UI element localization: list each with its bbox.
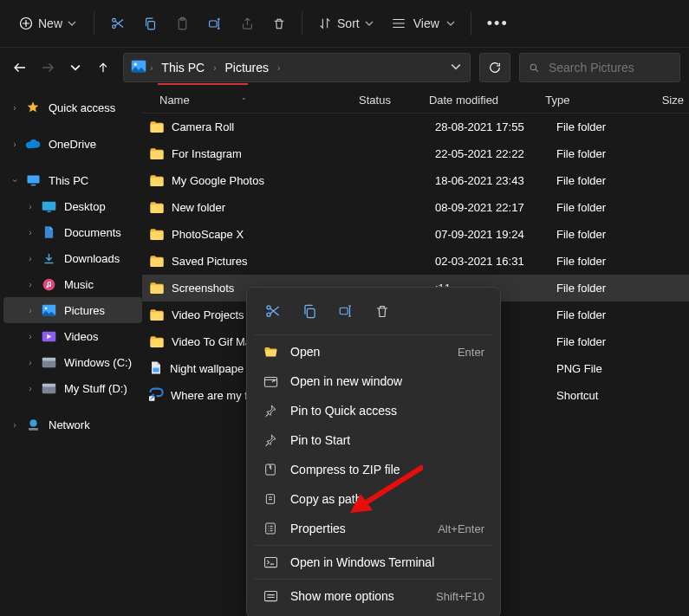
search-input[interactable] [549, 61, 671, 75]
window-icon [263, 373, 278, 389]
rename-button[interactable] [198, 11, 231, 36]
copy-path-icon [263, 491, 278, 507]
svg-point-16 [49, 284, 51, 287]
scissors-icon [110, 16, 126, 31]
col-type[interactable]: Type [540, 94, 656, 107]
svg-rect-6 [210, 20, 218, 26]
file-row[interactable]: New folder08-09-2021 22:17File folder [142, 194, 689, 221]
svg-rect-3 [148, 21, 155, 29]
refresh-button[interactable] [479, 53, 510, 82]
context-actions-row [254, 295, 493, 333]
ctx-pin-start[interactable]: Pin to Start [254, 425, 493, 455]
sidebar-item-music[interactable]: ›Music [3, 271, 142, 297]
pictures-icon [131, 60, 146, 75]
recent-locations-button[interactable] [64, 56, 87, 79]
ctx-open-new-window[interactable]: Open in new window [254, 366, 493, 396]
up-button[interactable] [92, 56, 114, 79]
ctx-copy-button[interactable] [294, 296, 325, 326]
disk-icon [40, 353, 57, 371]
ctx-compress[interactable]: Compress to ZIP file [254, 455, 493, 484]
col-name[interactable]: Name˄ [142, 94, 354, 107]
search-box[interactable] [519, 53, 680, 82]
forward-button[interactable] [36, 56, 59, 79]
sidebar-item-pictures[interactable]: ›Pictures [3, 297, 142, 323]
file-row[interactable]: PhotoScape X07-09-2021 19:24File folder [142, 221, 689, 248]
file-type: File folder [556, 335, 678, 348]
copy-icon [302, 303, 318, 320]
file-name: Night wallpape [170, 362, 244, 375]
file-row[interactable]: Camera Roll28-08-2021 17:55File folder [142, 113, 689, 140]
folder-icon [149, 334, 165, 350]
file-type: File folder [556, 147, 678, 160]
ctx-cut-button[interactable] [257, 296, 289, 326]
zip-icon [263, 462, 278, 477]
breadcrumb-pictures[interactable]: Pictures [219, 59, 274, 76]
svg-point-8 [134, 63, 137, 66]
trash-icon [272, 16, 286, 31]
sidebar-item-windows-c[interactable]: ›Windows (C:) [3, 349, 142, 375]
back-button[interactable] [9, 56, 31, 79]
star-icon [24, 99, 42, 116]
sidebar-item-quick-access[interactable]: ›Quick access [3, 94, 142, 120]
ctx-properties[interactable]: Properties Alt+Enter [254, 514, 493, 543]
svg-rect-30 [307, 308, 315, 317]
sidebar-item-this-pc[interactable]: ›This PC [3, 167, 142, 193]
svg-rect-21 [42, 357, 55, 360]
view-label: View [413, 16, 439, 30]
svg-point-15 [46, 285, 49, 288]
ctx-copy-path[interactable]: Copy as path [254, 484, 493, 514]
delete-button[interactable] [263, 11, 295, 36]
ctx-open-terminal[interactable]: Open in Windows Terminal [254, 548, 493, 577]
column-headers: Name˄ Status Date modified Type Size [142, 88, 689, 113]
sidebar-item-videos[interactable]: ›Videos [3, 323, 142, 349]
new-button[interactable]: New [9, 11, 87, 36]
file-row[interactable]: My Google Photos18-06-2021 23:43File fol… [142, 167, 689, 194]
folder-icon [149, 254, 165, 269]
svg-rect-33 [266, 464, 276, 475]
file-name: Video Projects [172, 308, 244, 321]
address-bar[interactable]: › This PC › Pictures › [123, 53, 471, 82]
file-name: Saved Pictures [172, 255, 247, 268]
sidebar-item-my-stuff-d[interactable]: ›My Stuff (D:) [3, 375, 142, 401]
folder-icon [149, 227, 165, 243]
file-date: 07-09-2021 19:24 [435, 228, 556, 241]
share-button[interactable] [231, 11, 263, 36]
col-size[interactable]: Size [657, 94, 689, 107]
svg-rect-11 [30, 185, 36, 185]
sidebar-item-network[interactable]: ›Network [3, 412, 142, 438]
address-dropdown[interactable] [449, 57, 463, 78]
ctx-open[interactable]: Open Enter [254, 337, 493, 366]
navigation-row: › This PC › Pictures › [0, 48, 689, 88]
col-date[interactable]: Date modified [424, 94, 540, 107]
file-name: Screenshots [172, 282, 234, 295]
navigation-pane: ›Quick access ›OneDrive ›This PC ›Deskto… [0, 88, 142, 616]
file-name: For Instagram [172, 147, 242, 160]
sidebar-item-onedrive[interactable]: ›OneDrive [3, 131, 142, 157]
svg-point-14 [42, 278, 55, 290]
file-row[interactable]: For Instagram22-05-2021 22:22File folder [142, 140, 689, 167]
annotation-underline [158, 83, 248, 85]
paste-button[interactable] [166, 11, 198, 36]
file-type: PNG File [556, 362, 678, 375]
ctx-pin-quick[interactable]: Pin to Quick access [254, 396, 493, 425]
copy-icon [143, 16, 158, 31]
ctx-show-more[interactable]: Show more options Shift+F10 [254, 581, 493, 611]
svg-rect-32 [264, 377, 276, 386]
more-button[interactable]: ••• [478, 10, 517, 38]
ctx-rename-button[interactable] [330, 296, 361, 326]
file-type: File folder [556, 174, 678, 187]
view-button[interactable]: View [382, 11, 464, 36]
breadcrumb-this-pc[interactable]: This PC [156, 59, 210, 76]
sidebar-item-desktop[interactable]: ›Desktop [3, 193, 142, 219]
file-name: Where are my f [171, 389, 248, 402]
sidebar-item-documents[interactable]: ›Documents [3, 219, 142, 245]
sort-button[interactable]: Sort [309, 11, 382, 36]
sidebar-item-downloads[interactable]: ›Downloads [3, 245, 142, 271]
ctx-delete-button[interactable] [367, 296, 398, 326]
col-status[interactable]: Status [354, 94, 424, 107]
svg-rect-26 [153, 367, 159, 372]
copy-button[interactable] [134, 11, 166, 36]
file-type: File folder [556, 308, 678, 321]
file-row[interactable]: Saved Pictures02-03-2021 16:31File folde… [142, 248, 689, 275]
cut-button[interactable] [101, 10, 134, 36]
